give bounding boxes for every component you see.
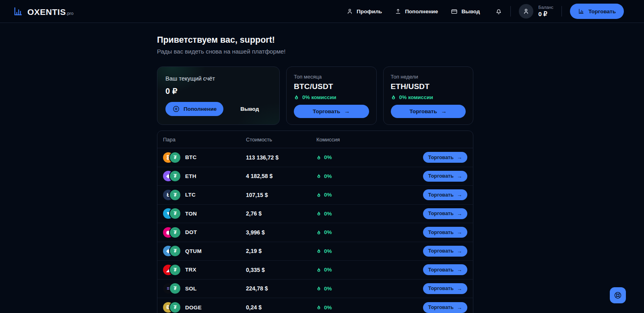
row-trade-label: Торговать [428,211,454,216]
row-trade-label: Торговать [428,286,454,291]
promo-commission-label: 0% комиссии [399,94,433,100]
promo-pair: ETH/USDT [391,82,466,91]
row-trade-button[interactable]: Торговать → [423,208,467,219]
row-trade-label: Торговать [428,267,454,273]
table-row: ₿ ₮ BTC 113 136,72 $ 0% [157,148,473,167]
avatar[interactable] [519,4,533,19]
row-trade-button[interactable]: Торговать → [423,264,467,275]
nav-deposit[interactable]: Пополнение [395,8,438,15]
column-commission: Комиссия [316,137,419,143]
coin-price: 107,15 $ [246,192,316,198]
coin-price: 2,76 $ [246,210,316,217]
balance-label: Баланс [538,5,553,10]
coin-pair-icon: ◈ ₮ [163,246,180,256]
header-trade-button[interactable]: Торговать [570,4,624,19]
bar-chart-icon [13,6,23,17]
main-content: Приветствуем вас, support! Рады вас виде… [157,35,473,313]
nav-profile[interactable]: Профиль [347,8,382,15]
coin-name: DOGE [185,305,202,311]
coin-name: SOL [185,286,197,292]
promo-commission-label: 0% комиссии [302,94,336,100]
coin-name: DOT [185,229,197,235]
coin-commission: 0% [316,286,419,292]
row-trade-button[interactable]: Торговать → [423,302,467,313]
table-row: Ł ₮ LTC 107,15 $ 0% [157,186,473,205]
credit-card-icon [451,8,458,15]
header-trade-label: Торговать [588,8,616,15]
withdraw-button[interactable]: Вывод [240,106,259,112]
balance-block: Баланс 0 ₽ [538,5,553,18]
deposit-button-label: Пополнение [184,106,217,112]
row-trade-label: Торговать [428,173,454,179]
coin-price: 224,78 $ [246,285,316,292]
account-card-label: Ваш текущий счёт [165,75,271,82]
divider [561,6,562,17]
coin-pair-icon: ◆ ₮ [163,171,180,181]
flame-icon [316,211,321,216]
promo-trade-label: Торговать [410,108,437,114]
flame-icon [294,95,299,100]
arrow-right-icon: → [441,108,447,114]
tether-icon: ₮ [170,302,180,313]
notifications-bell-icon[interactable] [495,8,502,15]
coin-pair-icon: Ð ₮ [163,302,180,313]
table-row: ◉ ₮ DOT 3,996 $ 0% [157,223,473,242]
flame-icon [391,95,396,100]
coin-price: 3,996 $ [246,229,316,236]
balance-value: 0 ₽ [538,10,553,18]
table-row: ▼ ₮ TON 2,76 $ 0% [157,205,473,224]
row-trade-button[interactable]: Торговать → [423,189,467,200]
coin-pair-icon: ◢ ₮ [163,265,180,275]
commission-value: 0% [324,192,332,198]
top-bar: OXENTIS.pro Профиль Пополнение [0,0,644,23]
row-trade-button[interactable]: Торговать → [423,227,467,238]
user-icon [347,8,353,15]
row-trade-button[interactable]: Торговать → [423,283,467,294]
column-price: Стоимость [246,137,316,143]
brand-logo[interactable]: OXENTIS.pro [13,6,74,17]
flame-icon [316,249,321,253]
tether-icon: ₮ [170,265,180,275]
coin-pair-icon: ≡ ₮ [163,283,180,294]
promo-card-top-month: Топ месяца BTC/USDT 0% комиссии Торговат… [286,66,377,125]
flame-icon [316,286,321,291]
row-trade-button[interactable]: Торговать → [423,246,467,257]
table-row: ◈ ₮ QTUM 2,19 $ 0% [157,242,473,261]
deposit-button[interactable]: Пополнение [165,102,223,116]
support-button[interactable] [610,287,626,303]
promo-card-label: Топ недели [391,74,466,80]
arrow-right-icon: → [457,267,462,272]
commission-value: 0% [324,286,332,292]
coin-pair-icon: Ł ₮ [163,190,180,200]
promo-pair: BTC/USDT [294,82,369,91]
lifebuoy-icon [613,291,622,300]
brand-suffix: .pro [66,11,74,16]
coin-pair-icon: ₿ ₮ [163,152,180,163]
table-row: ≡ ₮ SOL 224,78 $ 0% [157,280,473,298]
tether-icon: ₮ [170,171,180,181]
flame-icon [316,155,321,160]
bar-chart-icon [578,8,584,15]
tether-icon: ₮ [170,227,180,238]
nav-deposit-label: Пополнение [405,8,438,15]
row-trade-button[interactable]: Торговать → [423,152,467,163]
coin-commission: 0% [316,154,419,160]
row-trade-button[interactable]: Торговать → [423,171,467,182]
promo-trade-button[interactable]: Торговать → [294,105,369,118]
tether-icon: ₮ [170,152,180,163]
summary-cards: Ваш текущий счёт 0 ₽ Пополнение Вывод То… [157,66,473,125]
tether-icon: ₮ [170,283,180,294]
arrow-right-icon: → [457,230,462,235]
coin-commission: 0% [316,305,419,311]
commission-value: 0% [324,267,332,273]
promo-trade-button[interactable]: Торговать → [391,105,466,118]
account-card: Ваш текущий счёт 0 ₽ Пополнение Вывод [157,66,280,125]
nav-withdraw[interactable]: Вывод [451,8,480,15]
account-summary: Баланс 0 ₽ [519,4,553,19]
tether-icon: ₮ [170,190,180,200]
flame-icon [316,305,321,310]
flame-icon [316,174,321,178]
row-trade-label: Торговать [428,155,454,160]
coin-name: BTC [185,154,197,160]
page-title: Приветствуем вас, support! [157,35,473,45]
